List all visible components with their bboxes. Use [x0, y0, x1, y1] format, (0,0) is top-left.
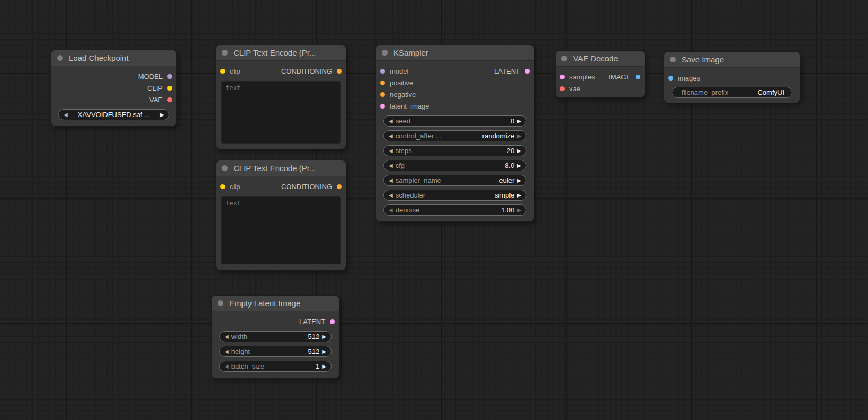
widget-denoise[interactable]: ◀ denoise 1.00 ▶: [383, 204, 526, 216]
node-title-bar[interactable]: KSampler: [376, 45, 534, 61]
widget-scheduler[interactable]: ◀ scheduler simple ▶: [383, 190, 526, 201]
widget-seed[interactable]: ◀ seed 0 ▶: [383, 115, 526, 127]
node-clip-text-encode-2[interactable]: CLIP Text Encode (Pr... clip CONDITIONIN…: [216, 160, 346, 270]
output-slot-conditioning[interactable]: [337, 69, 342, 74]
node-title: CLIP Text Encode (Pr...: [234, 164, 316, 173]
increment-arrow-icon[interactable]: ▶: [517, 178, 521, 183]
widget-value: 1.00: [501, 206, 514, 214]
decrement-arrow-icon[interactable]: ◀: [389, 133, 393, 139]
output-slot-image[interactable]: [636, 75, 640, 79]
widget-label: seed: [396, 117, 410, 125]
node-title-bar[interactable]: Save Image: [664, 52, 800, 68]
widget-value: simple: [495, 191, 515, 199]
node-title-bar[interactable]: CLIP Text Encode (Pr...: [216, 45, 346, 61]
collapse-dot-icon[interactable]: [218, 300, 223, 306]
prompt-text-input[interactable]: [221, 81, 341, 144]
output-label-conditioning: CONDITIONING: [281, 67, 332, 75]
widget-label: denoise: [396, 206, 420, 214]
output-slot-vae[interactable]: [167, 97, 172, 102]
input-slot-vae[interactable]: [560, 86, 565, 91]
increment-arrow-icon[interactable]: ▶: [517, 148, 521, 154]
decrement-arrow-icon[interactable]: ◀: [389, 208, 393, 213]
widget-width[interactable]: ◀ width 512 ▶: [219, 331, 332, 342]
node-title: Load Checkpoint: [69, 53, 129, 62]
output-slot-clip[interactable]: [167, 86, 172, 91]
widget-value: euler: [499, 176, 514, 184]
decrement-arrow-icon[interactable]: ◀: [225, 364, 229, 369]
decrement-arrow-icon[interactable]: ◀: [64, 112, 68, 118]
decrement-arrow-icon[interactable]: ◀: [389, 163, 393, 168]
prompt-text-input[interactable]: [221, 196, 341, 264]
widget-value: 1: [316, 362, 319, 370]
collapse-dot-icon[interactable]: [222, 165, 228, 171]
decrement-arrow-icon[interactable]: ◀: [225, 349, 229, 354]
node-clip-text-encode-1[interactable]: CLIP Text Encode (Pr... clip CONDITIONIN…: [216, 45, 346, 149]
increment-arrow-icon[interactable]: ▶: [160, 112, 164, 118]
input-slot-samples[interactable]: [560, 75, 565, 79]
input-slot-positive[interactable]: [380, 81, 385, 85]
increment-arrow-icon[interactable]: ▶: [322, 349, 326, 354]
widget-control-after-generate[interactable]: ◀ control_after ... randomize ▶: [383, 130, 526, 141]
increment-arrow-icon[interactable]: ▶: [517, 133, 521, 139]
widget-sampler-name[interactable]: ◀ sampler_name euler ▶: [383, 175, 526, 186]
widget-batch-size[interactable]: ◀ batch_size 1 ▶: [219, 361, 332, 372]
output-label-model: MODEL: [138, 73, 163, 81]
node-vae-decode[interactable]: VAE Decode samples IMAGE vae: [556, 51, 645, 97]
widget-ckpt-name[interactable]: ◀ XAVVOIDFUSED.saf ... ▶: [58, 109, 169, 120]
widget-label: cfg: [396, 162, 405, 169]
widget-height[interactable]: ◀ height 512 ▶: [219, 346, 332, 357]
collapse-dot-icon[interactable]: [670, 57, 676, 62]
decrement-arrow-icon[interactable]: ◀: [225, 334, 229, 339]
node-title: KSampler: [393, 48, 428, 57]
widget-label: control_after ...: [396, 132, 442, 140]
decrement-arrow-icon[interactable]: ◀: [389, 178, 393, 183]
input-slot-model[interactable]: [380, 69, 385, 74]
input-label-samples: samples: [569, 73, 595, 81]
increment-arrow-icon[interactable]: ▶: [517, 208, 521, 213]
widget-cfg[interactable]: ◀ cfg 8.0 ▶: [383, 160, 526, 171]
widget-label: width: [231, 333, 247, 341]
output-slot-model[interactable]: [167, 74, 172, 79]
widget-value: randomize: [482, 132, 515, 140]
node-empty-latent-image[interactable]: Empty Latent Image LATENT ◀ width 512 ▶ …: [212, 296, 339, 378]
increment-arrow-icon[interactable]: ▶: [517, 119, 521, 124]
input-slot-latent-image[interactable]: [380, 104, 385, 109]
node-graph-canvas[interactable]: Load Checkpoint MODEL CLIP VAE ◀ XAVVOID…: [0, 0, 868, 420]
node-title-bar[interactable]: Empty Latent Image: [212, 296, 339, 311]
decrement-arrow-icon[interactable]: ◀: [389, 148, 393, 154]
increment-arrow-icon[interactable]: ▶: [517, 163, 521, 168]
decrement-arrow-icon[interactable]: ◀: [389, 119, 393, 124]
increment-arrow-icon[interactable]: ▶: [517, 193, 521, 198]
node-title: Save Image: [682, 55, 724, 64]
increment-arrow-icon[interactable]: ▶: [322, 364, 326, 369]
output-slot-latent[interactable]: [525, 69, 530, 74]
node-ksampler[interactable]: KSampler model LATENT positive negative: [376, 45, 534, 221]
increment-arrow-icon[interactable]: ▶: [322, 334, 326, 339]
output-label-vae: VAE: [149, 96, 163, 104]
node-title: VAE Decode: [573, 54, 618, 63]
node-title-bar[interactable]: CLIP Text Encode (Pr...: [216, 160, 346, 176]
widget-value: ComfyUI: [757, 88, 784, 96]
node-title-bar[interactable]: Load Checkpoint: [51, 50, 176, 66]
widget-label: height: [231, 347, 250, 355]
collapse-dot-icon[interactable]: [561, 56, 567, 61]
input-slot-images[interactable]: [668, 76, 673, 81]
widget-value: 512: [308, 333, 320, 341]
collapse-dot-icon[interactable]: [222, 50, 228, 56]
collapse-dot-icon[interactable]: [57, 55, 63, 61]
input-slot-negative[interactable]: [380, 92, 385, 97]
node-save-image[interactable]: Save Image images filename_prefix ComfyU…: [664, 52, 800, 103]
decrement-arrow-icon[interactable]: ◀: [389, 193, 393, 198]
output-label-image: IMAGE: [609, 73, 631, 81]
widget-value: 8.0: [505, 162, 514, 169]
output-slot-latent[interactable]: [330, 319, 335, 324]
node-title-bar[interactable]: VAE Decode: [556, 51, 645, 67]
input-slot-clip[interactable]: [220, 69, 225, 74]
node-load-checkpoint[interactable]: Load Checkpoint MODEL CLIP VAE ◀ XAVVOID…: [51, 50, 176, 126]
collapse-dot-icon[interactable]: [382, 50, 388, 56]
widget-steps[interactable]: ◀ steps 20 ▶: [383, 145, 526, 156]
input-slot-clip[interactable]: [220, 184, 225, 189]
output-slot-conditioning[interactable]: [337, 184, 342, 189]
input-label-model: model: [390, 67, 408, 75]
widget-filename-prefix[interactable]: filename_prefix ComfyUI: [672, 87, 792, 98]
